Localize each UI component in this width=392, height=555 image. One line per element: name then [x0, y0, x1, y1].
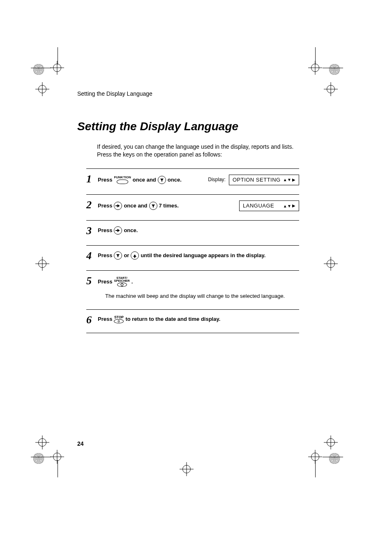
lcd-text: LANGUAGE [243, 202, 274, 210]
step-text: to return to the date and time display. [125, 315, 220, 323]
step-text: Press [98, 176, 112, 184]
regmark-top-left-dot [33, 64, 44, 75]
step-4: 4 Press or until the desired language ap… [86, 245, 299, 270]
step-text: once and [133, 176, 156, 184]
start-key-label-2: SPEICHER [114, 279, 129, 282]
regmark-upper-left-cross2 [35, 82, 49, 96]
step-text: 7 times. [159, 202, 179, 210]
funktion-key-icon: FUNKTION [114, 176, 131, 184]
arrow-right-key-icon [114, 226, 122, 235]
stop-key-icon: STOP [114, 315, 124, 324]
regmark-bl-cross [50, 450, 64, 464]
step-1: 1 Press FUNKTION once and once. Display:… [86, 168, 299, 194]
step-text: Press [98, 278, 112, 286]
regmark-lower-left-cross2 [35, 435, 49, 449]
regmark-mid-left-cross [35, 257, 49, 271]
step-number: 4 [86, 251, 98, 261]
arrow-down-key-icon [114, 251, 122, 260]
page-title: Setting the Display Language [77, 120, 299, 133]
step-number: 3 [86, 226, 98, 236]
running-header: Setting the Display Language [77, 90, 299, 97]
display-label: Display: [208, 176, 226, 183]
step-text: Press [98, 202, 112, 210]
step-text: until the desired language appears in th… [141, 252, 265, 259]
arrow-down-key-icon [149, 202, 157, 210]
arrow-up-key-icon [131, 251, 139, 260]
regmark-upper-right-cross2 [324, 82, 338, 96]
regmark-top-right-dot [329, 64, 340, 75]
regmark-lower-right-cross2 [324, 435, 338, 449]
arrow-right-key-icon [114, 202, 122, 210]
lcd-arrows-icon: ▲▼▶ [283, 204, 295, 208]
step-text: . [131, 278, 133, 286]
start-speicher-key-icon: START/ SPEICHER [114, 276, 129, 287]
step-number: 1 [86, 174, 98, 184]
step-number: 6 [86, 315, 98, 325]
step-text: or [124, 252, 129, 259]
arrow-down-key-icon [158, 176, 166, 184]
step-text: once. [168, 176, 182, 184]
step-note: The machine will beep and the display wi… [105, 292, 299, 300]
step-text: once and [124, 202, 147, 210]
step-number: 2 [86, 200, 98, 210]
step-6: 6 Press STOP to return to the date and t… [86, 309, 299, 333]
regmark-bl-dot [33, 453, 44, 464]
stop-key-label: STOP [114, 315, 124, 319]
regmark-top-left-cross [50, 61, 64, 75]
step-2: 2 Press once and 7 times. LANGUAGE ▲▼▶ [86, 194, 299, 220]
step-text: Press [98, 315, 112, 323]
step-text: once. [124, 227, 138, 234]
regmark-bottom-center-cross [180, 462, 194, 476]
intro-paragraph: If desired, you can change the language … [97, 143, 298, 159]
page-content: Setting the Display Language Setting the… [77, 90, 299, 333]
step-text: Press [98, 252, 112, 259]
step-text: Press [98, 227, 112, 234]
step-5: 5 Press START/ SPEICHER . The machine wi… [86, 270, 299, 309]
page-number: 24 [77, 440, 84, 447]
funktion-key-label: FUNKTION [114, 176, 131, 179]
regmark-br-dot [329, 453, 340, 464]
lcd-display: OPTION SETTING ▲▼▶ [229, 175, 299, 185]
step-number: 5 [86, 276, 98, 286]
regmark-mid-right-cross [324, 257, 338, 271]
lcd-display: LANGUAGE ▲▼▶ [239, 200, 299, 211]
lcd-arrows-icon: ▲▼▶ [283, 178, 295, 182]
step-3: 3 Press once. [86, 220, 299, 245]
lcd-text: OPTION SETTING [233, 176, 281, 184]
steps-list: 1 Press FUNKTION once and once. Display:… [86, 168, 299, 333]
